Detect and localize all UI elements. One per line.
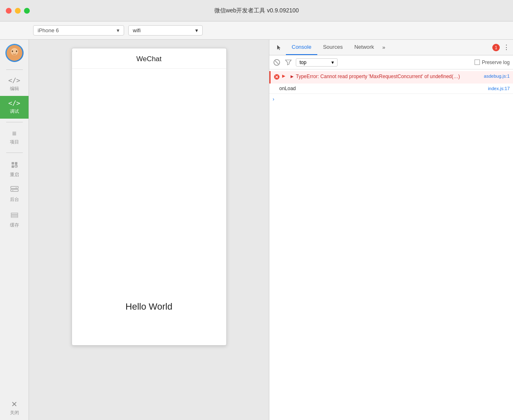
svg-rect-15 [11, 216, 18, 217]
close-window-button[interactable] [6, 8, 12, 14]
console-context-selector[interactable]: top ▾ [296, 58, 338, 67]
devtools-tab-end: 1 ⋮ [492, 43, 510, 51]
backend-icon [10, 186, 19, 195]
sidebar-divider-3 [6, 153, 23, 153]
svg-rect-13 [11, 213, 18, 214]
sidebar-item-cache[interactable]: 缓存 [0, 207, 29, 232]
svg-rect-6 [15, 162, 17, 165]
minimize-window-button[interactable] [15, 8, 21, 14]
network-selector-value: wifi [133, 27, 141, 33]
error-message: ► TypeError: Cannot read property 'MaxRe… [290, 74, 482, 79]
preserve-log-label: Preserve log [482, 60, 510, 65]
sidebar-item-editor-label: 编辑 [10, 86, 19, 92]
sidebar-item-editor[interactable]: </> 编辑 [0, 73, 29, 96]
main-area: </> 编辑 </> 调试 ≡ 项目 重启 [0, 40, 513, 420]
console-context-value: top [300, 60, 307, 65]
phone-area: WeChat Hello World [29, 40, 269, 420]
editor-icon: </> [8, 77, 20, 84]
expand-triangle-icon: ▶ [282, 74, 285, 78]
sidebar-item-restart-label: 重启 [10, 172, 19, 178]
console-error-row[interactable]: ▶ ► TypeError: Cannot read property 'Max… [269, 71, 513, 84]
sidebar-item-restart[interactable]: 重启 [0, 156, 29, 182]
close-icon: ✕ [11, 401, 17, 408]
tab-sources[interactable]: Sources [317, 40, 349, 55]
titlebar: 微信web开发者工具 v0.9.092100 [0, 0, 513, 21]
tab-sources-label: Sources [323, 44, 343, 50]
svg-rect-14 [11, 215, 18, 216]
console-context-arrow: ▾ [331, 60, 334, 65]
toolbar: iPhone 6 ▾ wifi ▾ [0, 21, 513, 40]
tab-network-label: Network [354, 44, 374, 50]
error-count: 1 [495, 45, 497, 50]
console-clear-button[interactable] [273, 58, 281, 67]
tab-console-label: Console [292, 44, 312, 50]
phone-body: Hello World [72, 69, 226, 345]
devtools-panel: Console Sources Network » 1 ⋮ [269, 40, 513, 420]
tab-network[interactable]: Network [348, 40, 380, 55]
project-icon: ≡ [12, 130, 17, 137]
sidebar-item-project[interactable]: ≡ 项目 [0, 126, 29, 149]
console-info-message: onLoad [279, 86, 296, 91]
window-controls [6, 8, 30, 14]
error-source-link[interactable]: asdebug.js:1 [484, 74, 510, 79]
svg-rect-5 [12, 162, 14, 165]
sidebar-item-close[interactable]: ✕ 关闭 [0, 396, 29, 420]
debug-icon: </> [8, 100, 20, 107]
devtools-settings-icon[interactable]: ⋮ [503, 43, 510, 51]
sidebar-item-project-label: 项目 [10, 139, 19, 145]
sidebar-item-cache-label: 缓存 [10, 222, 19, 228]
svg-point-3 [16, 50, 17, 52]
phone-body-text: Hello World [125, 301, 172, 312]
tab-console[interactable]: Console [286, 40, 317, 55]
svg-rect-10 [11, 189, 18, 191]
network-dropdown-icon: ▾ [195, 27, 198, 33]
sidebar-item-backend-label: 后台 [10, 196, 19, 203]
toolbar-left: iPhone 6 ▾ wifi ▾ [33, 25, 203, 36]
network-selector[interactable]: wifi ▾ [128, 25, 203, 36]
maximize-window-button[interactable] [24, 8, 30, 14]
console-toolbar: top ▾ Preserve log [269, 55, 513, 69]
avatar [5, 44, 24, 62]
preserve-log-checkbox[interactable] [475, 60, 480, 65]
console-info-source[interactable]: index.js:17 [488, 86, 510, 91]
sidebar-item-close-label: 关闭 [10, 410, 19, 416]
devtools-more-label: » [382, 44, 385, 50]
sidebar-divider-1 [6, 69, 23, 70]
device-selector-value: iPhone 6 [38, 27, 59, 33]
console-prompt-icon: › [273, 96, 274, 102]
svg-rect-9 [11, 186, 18, 189]
console-filter-button[interactable] [284, 58, 292, 67]
devtools-cursor-icon[interactable] [273, 41, 286, 54]
cache-icon [10, 211, 19, 220]
devtools-tabs: Console Sources Network » 1 ⋮ [269, 40, 513, 55]
console-info-row[interactable]: onLoad index.js:17 [269, 84, 513, 94]
restart-icon [10, 160, 19, 170]
phone-frame: WeChat Hello World [72, 48, 227, 346]
sidebar: </> 编辑 </> 调试 ≡ 项目 重启 [0, 40, 29, 420]
phone-header: WeChat [72, 48, 226, 69]
preserve-log-area: Preserve log [475, 60, 510, 65]
error-circle-icon [274, 74, 280, 81]
svg-point-2 [12, 50, 13, 52]
sidebar-divider-2 [6, 122, 23, 122]
device-dropdown-icon: ▾ [117, 27, 120, 33]
svg-line-17 [275, 61, 278, 64]
sidebar-item-debug[interactable]: </> 调试 [0, 96, 29, 119]
sidebar-item-backend[interactable]: 后台 [0, 182, 29, 207]
svg-rect-7 [12, 165, 14, 168]
error-count-badge: 1 [492, 44, 500, 51]
console-content: ▶ ► TypeError: Cannot read property 'Max… [269, 69, 513, 420]
titlebar-title: 微信web开发者工具 v0.9.092100 [214, 7, 299, 14]
console-prompt-row[interactable]: › [269, 94, 513, 105]
devtools-more-tabs[interactable]: » [380, 43, 388, 52]
avatar-face [7, 45, 22, 61]
sidebar-item-debug-label: 调试 [10, 108, 19, 115]
device-selector[interactable]: iPhone 6 ▾ [33, 25, 124, 36]
